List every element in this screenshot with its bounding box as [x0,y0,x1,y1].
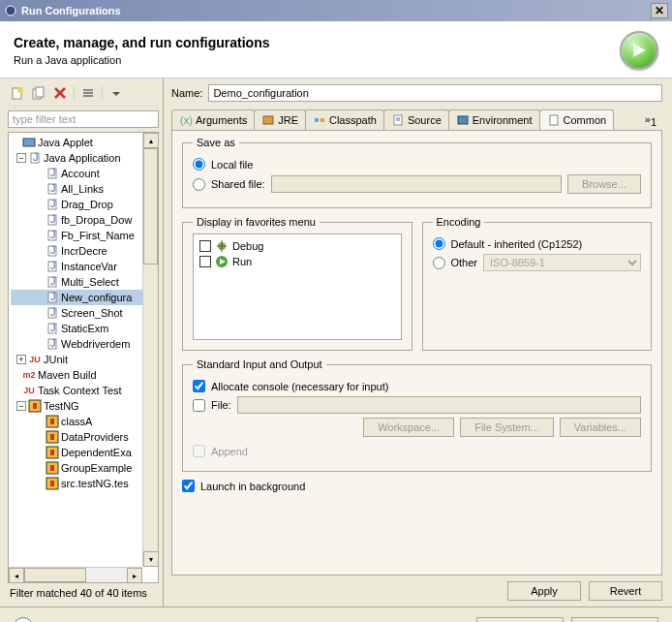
svg-text:(x): (x) [180,114,193,126]
header-subtitle: Run a Java application [14,54,620,66]
window-title: Run Configurations [21,5,651,16]
tab-source[interactable]: Source [383,109,449,130]
tree-item-config[interactable]: DependentExa [11,445,156,460]
header: Create, manage, and run configurations R… [0,21,672,78]
tree-item-config[interactable]: JAll_Links [11,181,156,197]
file-output-input [237,396,641,414]
tree-item-config[interactable]: JIncrDecre [11,243,156,259]
java-app-icon: J [46,244,59,258]
run-icon [215,255,229,268]
encoding-group: Encoding Default - inherited (Cp1252) Ot… [422,216,653,351]
svg-rect-58 [458,116,468,124]
testng-icon [46,477,59,490]
encoding-other-radio[interactable] [433,257,445,269]
favorite-run[interactable]: Run [198,254,397,269]
tree-item-config[interactable]: JMulti_Select [11,274,156,290]
shared-file-radio[interactable] [193,178,205,191]
eclipse-icon [4,4,17,17]
tree-item-config[interactable]: JStaticExm [11,321,156,336]
tree-item-config[interactable]: JNew_configura [11,290,156,305]
close-button[interactable]: Close [571,617,658,622]
svg-rect-10 [83,95,93,97]
new-config-button[interactable] [8,84,27,102]
svg-point-0 [6,6,15,16]
tree-item-config[interactable]: JInstanceVar [11,259,156,274]
launch-background-checkbox[interactable] [182,480,195,492]
run-button[interactable]: Run [476,617,564,622]
tree-item-config[interactable]: JScreen_Shot [11,305,156,321]
horizontal-scrollbar[interactable]: ◂ ▸ [9,567,142,582]
environment-icon [456,113,470,127]
testng-icon [46,446,59,459]
revert-button[interactable]: Revert [589,581,662,601]
tree-item-java-applet[interactable]: Java Applet [11,135,156,150]
tree-item-config[interactable]: JFb_First_Name [11,228,156,243]
testng-icon [28,399,42,413]
allocate-console-checkbox[interactable] [193,380,205,392]
tree-item-java-application[interactable]: −JJava Application [11,150,156,166]
jre-icon [261,113,275,127]
tree-item-junit[interactable]: +JUJUnit [11,352,156,367]
apply-button[interactable]: Apply [507,581,581,601]
tab-classpath[interactable]: Classpath [305,109,384,130]
debug-checkbox[interactable] [199,240,211,252]
tab-arguments[interactable]: (x)Arguments [171,109,255,130]
name-input[interactable] [208,84,662,102]
source-icon [391,113,405,127]
java-app-icon: J [46,229,59,242]
header-title: Create, manage, and run configurations [14,35,620,50]
tab-environment[interactable]: Environment [448,109,540,130]
tree-item-task-context[interactable]: JUTask Context Test [11,383,156,398]
tab-overflow-button[interactable]: »1 [639,111,662,130]
filter-input[interactable] [8,110,159,128]
tree-item-config[interactable]: classA [11,414,156,429]
help-button[interactable]: ? [14,617,33,622]
expand-icon[interactable]: + [16,355,26,364]
collapse-icon[interactable]: − [16,401,26,411]
tab-common[interactable]: Common [539,109,615,130]
encoding-select: ISO-8859-1 [483,254,641,271]
tree-item-config[interactable]: JWebdriverdem [11,336,156,352]
java-app-icon: J [46,337,59,351]
workspace-button: Workspace... [363,418,454,437]
svg-rect-44 [50,434,54,440]
tree-item-config[interactable]: DataProviders [11,429,156,445]
maven-icon: m2 [22,368,36,382]
config-tree[interactable]: Java Applet −JJava Application JAccountJ… [8,132,159,583]
run-icon-large [620,31,658,70]
tree-item-config[interactable]: JDrag_Drop [11,197,156,212]
tree-item-maven[interactable]: m2Maven Build [11,367,156,383]
svg-rect-59 [550,115,558,125]
svg-text:J: J [50,198,56,209]
encoding-default-radio[interactable] [433,237,445,250]
config-toolbar [8,82,159,107]
close-window-button[interactable]: ✕ [651,3,668,18]
java-app-icon: J [46,275,59,289]
shared-file-input [271,175,562,193]
tab-jre[interactable]: JRE [254,109,306,130]
collapse-all-button[interactable] [78,84,98,102]
collapse-icon[interactable]: − [16,153,26,163]
duplicate-config-button[interactable] [29,84,48,102]
java-app-icon: J [46,260,59,273]
tree-item-config[interactable]: GroupExample [11,460,156,476]
tree-item-config[interactable]: JAccount [11,166,156,181]
svg-rect-52 [263,116,273,124]
file-output-checkbox[interactable] [193,399,205,412]
tree-item-testng[interactable]: −TestNG [11,398,156,414]
run-checkbox[interactable] [199,256,211,267]
java-app-icon: J [46,291,59,304]
svg-marker-11 [112,92,120,96]
local-file-radio[interactable] [193,158,205,171]
favorite-debug[interactable]: Debug [198,238,397,254]
tree-item-config[interactable]: src.testNG.tes [11,476,156,491]
testng-icon [46,430,59,444]
java-app-icon: J [28,151,42,165]
arguments-icon: (x) [179,113,193,127]
delete-config-button[interactable] [50,84,70,102]
favorites-list[interactable]: Debug Run [193,233,402,340]
tree-item-config[interactable]: Jfb_Dropa_Dow [11,212,156,228]
svg-rect-42 [50,419,54,424]
vertical-scrollbar[interactable]: ▴ ▾ [142,133,158,567]
filter-menu-button[interactable] [107,84,126,102]
